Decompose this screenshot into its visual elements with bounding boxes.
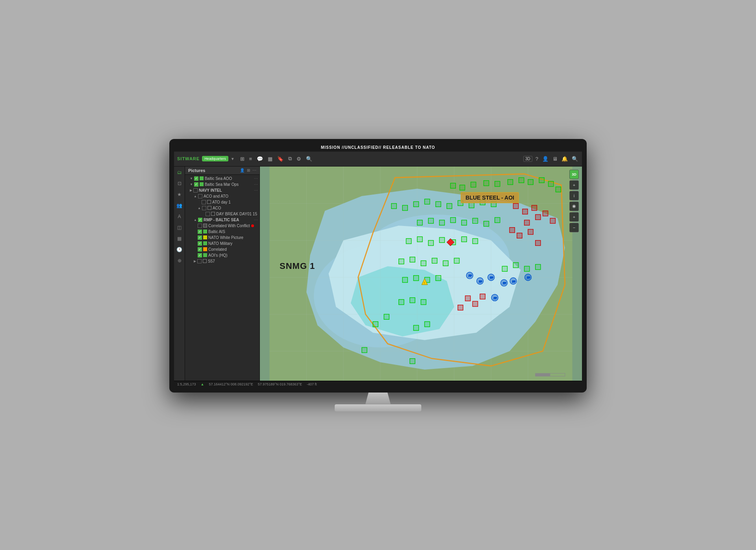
layer-checkbox[interactable] bbox=[197, 259, 202, 263]
svg-rect-25 bbox=[556, 187, 561, 192]
layer-item-aco[interactable]: ▲ ACO bbox=[185, 205, 259, 211]
map-right-toolbar: 3D + i ◉ + − bbox=[569, 170, 579, 232]
panel-person-icon[interactable]: 👤 bbox=[240, 168, 245, 172]
expand-arrow-icon: ▼ bbox=[190, 177, 193, 180]
svg-rect-15 bbox=[450, 183, 456, 188]
svg-rect-84 bbox=[536, 264, 541, 269]
sidebar-icon-filter[interactable]: ⊡ bbox=[177, 180, 182, 187]
elevation-arrow-icon: ▲ bbox=[201, 382, 204, 386]
svg-rect-46 bbox=[391, 203, 397, 208]
layer-checkbox[interactable] bbox=[194, 182, 198, 187]
layer-label: Correlated bbox=[208, 247, 227, 252]
svg-rect-30 bbox=[543, 211, 548, 216]
layer-item-correlated-with-conflict[interactable]: Correlated With Conflict bbox=[185, 223, 259, 229]
layer-checkbox[interactable] bbox=[198, 224, 202, 228]
layer-checkbox[interactable] bbox=[198, 230, 202, 234]
layer-checkbox[interactable] bbox=[198, 194, 202, 198]
headquarters-badge[interactable]: Headquarters bbox=[202, 156, 228, 161]
svg-rect-29 bbox=[536, 214, 541, 219]
layers-toggle-button[interactable]: ◉ bbox=[569, 202, 579, 211]
layer-item-nato-military[interactable]: NATO Military bbox=[185, 241, 259, 246]
layer-label: Correlated With Conflict bbox=[208, 224, 250, 228]
layer-item-day-break[interactable]: DAY BREAK DAY01 15 bbox=[185, 211, 259, 217]
settings-icon[interactable]: ⚙ bbox=[296, 155, 302, 163]
layer-label: NATO White Picture bbox=[208, 235, 243, 240]
layer-more-icon[interactable]: ⋯ bbox=[254, 182, 258, 187]
svg-rect-56 bbox=[417, 237, 422, 242]
table-icon[interactable]: ▦ bbox=[267, 155, 273, 163]
layer-item-aois-hq[interactable]: AOI's (HQ) bbox=[185, 252, 259, 258]
svg-rect-67 bbox=[454, 258, 459, 263]
svg-rect-63 bbox=[410, 257, 415, 262]
user-icon[interactable]: 👤 bbox=[541, 155, 549, 163]
layer-item-icon bbox=[203, 224, 207, 228]
chat-icon[interactable]: 💬 bbox=[256, 155, 264, 163]
zoom-minus-button[interactable]: − bbox=[569, 223, 579, 232]
layer-more-icon[interactable]: ⋯ bbox=[254, 188, 258, 193]
bell-icon[interactable]: 🔔 bbox=[561, 155, 569, 163]
aoi-label: BLUE STEEL - AOI bbox=[461, 192, 519, 203]
monitor-icon[interactable]: 🖥 bbox=[552, 155, 558, 163]
layer-item-correlated[interactable]: Correlated bbox=[185, 246, 259, 252]
sidebar-icon-clock[interactable]: 🕐 bbox=[176, 246, 183, 253]
layer-checkbox[interactable] bbox=[194, 176, 198, 181]
layer-item-navy-intel[interactable]: ▶ NAVY INTEL ⋯ bbox=[185, 187, 259, 193]
svg-rect-38 bbox=[424, 199, 430, 204]
map-area[interactable]: FF FF FF FF FF FF FF bbox=[260, 167, 582, 381]
panel-grid-icon[interactable]: ⊞ bbox=[247, 168, 250, 172]
sidebar-icon-users[interactable]: 👥 bbox=[176, 202, 183, 209]
layer-item-ato-day1[interactable]: ATO day 1 bbox=[185, 199, 259, 205]
dropdown-arrow-icon[interactable]: ▼ bbox=[231, 157, 235, 161]
info-button[interactable]: i bbox=[569, 191, 579, 200]
layer-item-s57[interactable]: ▶ S57 bbox=[185, 258, 259, 264]
layer-checkbox[interactable] bbox=[198, 235, 202, 240]
3d-toggle-button[interactable]: 3D bbox=[569, 170, 579, 179]
svg-rect-26 bbox=[513, 203, 518, 208]
svg-rect-18 bbox=[484, 180, 489, 185]
svg-text:FF: FF bbox=[479, 280, 482, 283]
layer-checkbox[interactable] bbox=[202, 200, 206, 204]
sidebar-icon-grid2[interactable]: ▦ bbox=[176, 235, 182, 242]
svg-rect-35 bbox=[510, 227, 515, 232]
bookmark-icon[interactable]: 🔖 bbox=[276, 155, 284, 163]
sidebar-icon-text[interactable]: A bbox=[177, 213, 182, 220]
svg-rect-71 bbox=[436, 275, 441, 280]
layer-checkbox[interactable] bbox=[198, 218, 202, 222]
help-icon[interactable]: ? bbox=[535, 155, 539, 163]
svg-rect-47 bbox=[417, 220, 422, 225]
svg-rect-37 bbox=[413, 202, 419, 207]
copy-icon[interactable]: ⧉ bbox=[287, 155, 293, 163]
layer-checkbox[interactable] bbox=[202, 206, 206, 210]
zoom-in-button[interactable]: + bbox=[569, 180, 579, 190]
svg-rect-33 bbox=[528, 229, 533, 234]
layer-item-baltic-ais[interactable]: Baltic AIS bbox=[185, 229, 259, 235]
layer-checkbox[interactable] bbox=[198, 241, 202, 246]
grid-icon[interactable]: ⊞ bbox=[239, 155, 245, 163]
layer-item-aco-ato[interactable]: ▲ ACO and ATO bbox=[185, 193, 259, 199]
layer-checkbox[interactable] bbox=[198, 253, 202, 257]
sidebar-icon-star[interactable]: ★ bbox=[176, 191, 182, 198]
layer-item-baltic-sea-mar-ops[interactable]: ▼ Baltic Sea Mar Ops ⋯ bbox=[185, 181, 259, 187]
scale-display: 1:5,295,173 bbox=[177, 382, 196, 386]
layer-color-icon bbox=[203, 241, 207, 245]
zoom-plus-button[interactable]: + bbox=[569, 212, 579, 222]
layer-item-baltic-sea-aoo[interactable]: ▼ Baltic Sea AOO ⋯ bbox=[185, 176, 259, 181]
expand-arrow-icon: ▲ bbox=[194, 218, 197, 222]
layer-item-rmp-baltic-sea[interactable]: ▲ RMP - BALTIC SEA ⋯ bbox=[185, 217, 259, 223]
layers-icon[interactable]: ≡ bbox=[248, 155, 253, 163]
layer-checkbox[interactable] bbox=[193, 188, 198, 193]
svg-rect-24 bbox=[548, 181, 554, 186]
layer-checkbox[interactable] bbox=[198, 247, 202, 252]
status-bar: 1:5,295,173 ▲ 57.164412°N 008.092192°E 5… bbox=[174, 381, 582, 388]
search-icon-header[interactable]: 🔍 bbox=[305, 155, 313, 163]
layer-checkbox[interactable] bbox=[206, 212, 210, 216]
layer-item-nato-white-picture[interactable]: NATO White Picture bbox=[185, 235, 259, 241]
search-icon-right[interactable]: 🔍 bbox=[571, 155, 579, 163]
panel-more-icon[interactable]: ⋯ bbox=[252, 168, 256, 172]
sidebar-icon-pictures[interactable]: 🗂 bbox=[176, 169, 183, 176]
sidebar-icon-globe[interactable]: ⊕ bbox=[177, 257, 182, 264]
layer-more-icon[interactable]: ⋯ bbox=[254, 218, 258, 222]
layer-more-icon[interactable]: ⋯ bbox=[254, 176, 258, 181]
sidebar-icon-layers2[interactable]: ◫ bbox=[176, 224, 182, 231]
svg-rect-53 bbox=[484, 221, 489, 226]
